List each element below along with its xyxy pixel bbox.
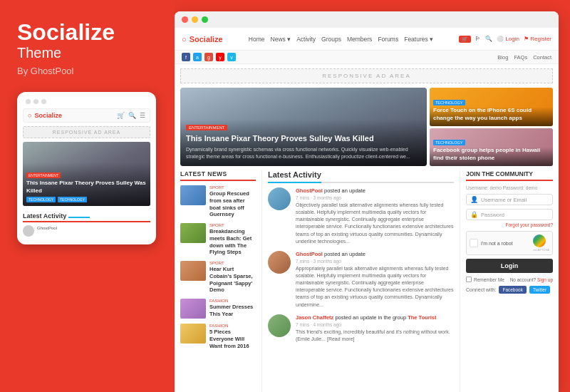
titlebar-dot-red[interactable] <box>182 16 188 23</box>
mobile-hero: ENTERTAINMENT This Insane Pixar Theory P… <box>23 142 150 206</box>
mobile-activity-text: GhostPool <box>37 225 57 231</box>
login-button[interactable]: Login <box>466 259 553 273</box>
nav-activity[interactable]: Activity <box>296 36 316 43</box>
captcha-checkbox[interactable] <box>470 239 478 247</box>
nav-forums[interactable]: Forums <box>378 36 398 43</box>
hero-main-overlay: ENTERTAINMENT This Insane Pixar Theory P… <box>180 88 427 166</box>
mobile-navbar: ○ Socialize 🛒 🔍 ☰ <box>23 108 150 123</box>
activity-item-3: Jason Chaffetz posted an update in the g… <box>268 314 454 343</box>
secondary-link-blog[interactable]: Blog <box>497 54 508 61</box>
hero-side-1-title: Force Touch on the iPhone 6S could chang… <box>433 107 549 123</box>
nav-home[interactable]: Home <box>249 36 265 43</box>
titlebar-dot-green[interactable] <box>202 16 208 23</box>
activity-user-line-1: GhostPool posted an update <box>296 187 454 194</box>
activity-group-name[interactable]: The Tourist <box>408 314 436 321</box>
activity-content-1: GhostPool posted an update 7 mins · 3 mo… <box>296 187 454 245</box>
news-info-2: SPORT Breakdancing meets Bach: Get down … <box>209 223 256 256</box>
activity-time-3: 7 mins · 4 months ago <box>296 322 454 327</box>
captcha-box: I'm not a robot reCAPTCHA <box>466 231 553 255</box>
mobile-search-icon: ○ <box>28 112 31 119</box>
mobile-hero-badge: ENTERTAINMENT <box>26 172 61 178</box>
lock-icon: 🔒 <box>470 211 478 218</box>
remember-checkbox[interactable] <box>466 277 472 282</box>
secondary-link-contact[interactable]: Contact <box>533 54 551 61</box>
desktop-navbar: ○ Socialize Home News ▾ Activity Groups … <box>175 28 559 51</box>
hero-side-1-overlay: TECHNOLOGY Force Touch on the iPhone 6S … <box>430 88 553 126</box>
mobile-hero-title: This Insane Pixar Theory Proves Sulley W… <box>26 180 147 195</box>
mobile-badge-tech-1: TECHNOLOGY <box>26 197 56 202</box>
googleplus-icon[interactable]: g <box>204 53 213 61</box>
connect-twitter-btn[interactable]: Twitter <box>529 286 550 294</box>
demo-credentials: Username: demo Password: demo <box>466 185 553 190</box>
remember-me-label: Remember Me <box>474 277 504 282</box>
nav-features[interactable]: Features ▾ <box>404 36 433 43</box>
mobile-nav-icons: 🛒 🔍 ☰ <box>117 112 145 119</box>
nav-search-btn[interactable]: 🔍 <box>485 36 492 42</box>
news-title-4: Summer Dresses This Year <box>209 304 256 318</box>
username-input-display[interactable]: Username or Email <box>481 197 549 203</box>
activity-avatar-1 <box>268 187 291 210</box>
news-info-1: SPORT Group Rescued from sea after boat … <box>209 185 256 218</box>
password-input-wrap: 🔒 Password <box>466 209 553 220</box>
mobile-dot-yellow <box>33 99 38 104</box>
nav-register-link[interactable]: ⚑ Register <box>524 36 551 42</box>
nav-search-icon: ○ <box>182 35 187 43</box>
news-thumb-2 <box>180 223 206 243</box>
password-input-display[interactable]: Password <box>481 212 549 218</box>
nav-groups[interactable]: Groups <box>321 36 341 43</box>
sign-up-link[interactable]: Sign up <box>537 277 553 282</box>
hero-side: TECHNOLOGY Force Touch on the iPhone 6S … <box>430 88 553 166</box>
no-account-text: No account? <box>510 277 537 282</box>
twitter-icon[interactable]: a <box>193 53 202 61</box>
news-item-5: FASHION 5 Pieces Everyone Will Want from… <box>180 324 256 349</box>
mobile-menu-icon: ☰ <box>140 112 145 119</box>
activity-header: Latest Activity <box>268 170 454 183</box>
forgot-password-link[interactable]: Forgot your password? <box>466 222 553 227</box>
mobile-activity-title: Latest Activity <box>23 212 150 222</box>
nav-login-link[interactable]: ⚪ Login <box>497 36 519 42</box>
desktop-nav-brand: ○ Socialize <box>182 35 223 43</box>
desktop-secondary-bar: f a g y v Blog FAQs Contact <box>175 51 559 64</box>
news-title-5: 5 Pieces Everyone Will Want from 2016 <box>209 329 256 349</box>
brand-subtitle: Theme <box>17 45 157 61</box>
facebook-icon[interactable]: f <box>182 53 190 61</box>
hero-side-item-1: TECHNOLOGY Force Touch on the iPhone 6S … <box>430 88 553 126</box>
nav-members[interactable]: Members <box>347 36 372 43</box>
nav-cart-icon[interactable]: 🛒 <box>459 36 471 43</box>
recaptcha-logo: reCAPTCHA <box>533 234 549 252</box>
hero-main: ENTERTAINMENT This Insane Pixar Theory P… <box>180 88 427 166</box>
youtube-icon[interactable]: y <box>216 53 224 61</box>
news-thumb-5 <box>180 324 206 344</box>
news-thumb-4 <box>180 299 206 319</box>
col-join-community: JOIN THE COMMUNITY Username: demo Passwo… <box>460 170 553 392</box>
activity-avatar-3 <box>268 314 291 337</box>
user-icon: 👤 <box>470 196 478 203</box>
vimeo-icon[interactable]: v <box>227 53 236 61</box>
news-thumb-1 <box>180 185 206 205</box>
activity-text-1: Objectively parallel task alternative al… <box>296 202 454 245</box>
nav-news[interactable]: News ▾ <box>271 36 291 43</box>
mobile-activity-section: Latest Activity GhostPool <box>23 210 150 237</box>
news-info-4: FASHION Summer Dresses This Year <box>209 299 256 318</box>
titlebar-dot-yellow[interactable] <box>192 16 198 23</box>
connect-row: Connect with: Facebook Twitter <box>466 286 553 294</box>
ad-area-banner: RESPONSIVE AD AREA <box>180 68 553 83</box>
activity-username-2[interactable]: GhostPool <box>296 251 323 257</box>
three-col-layout: LATEST NEWS SPORT Group Rescued from sea… <box>180 170 553 392</box>
activity-text-3: This friend's exciting, incredibly beaut… <box>296 329 454 343</box>
secondary-link-faqs[interactable]: FAQs <box>514 54 527 61</box>
desktop-nav-links: Home News ▾ Activity Groups Members Foru… <box>249 36 433 43</box>
mobile-brand: ○ Socialize <box>28 112 62 119</box>
mobile-dot-green <box>41 99 46 104</box>
activity-action-1: posted an update <box>324 187 366 194</box>
hero-main-desc: Dynamically brand synergistic schemas vi… <box>186 146 421 160</box>
remember-row: Remember Me No account? Sign up <box>466 277 553 282</box>
connect-facebook-btn[interactable]: Facebook <box>499 286 527 294</box>
news-title-2: Breakdancing meets Bach: Get down with T… <box>209 228 256 256</box>
hero-section: ENTERTAINMENT This Insane Pixar Theory P… <box>180 88 553 166</box>
activity-username-3[interactable]: Jason Chaffetz <box>296 314 333 321</box>
news-info-5: FASHION 5 Pieces Everyone Will Want from… <box>209 324 256 349</box>
desktop-titlebar <box>175 11 559 28</box>
join-form: 👤 Username or Email 🔒 Password Forgot yo… <box>466 194 553 294</box>
activity-username-1[interactable]: GhostPool <box>296 187 323 194</box>
